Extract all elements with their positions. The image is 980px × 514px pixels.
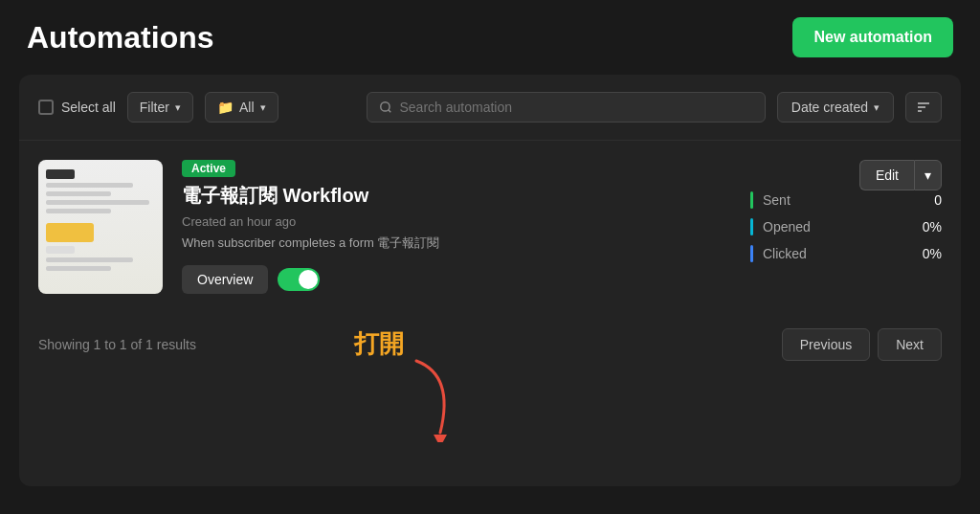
stat-value-clicked: 0% xyxy=(913,246,942,261)
stat-bar-clicked xyxy=(750,245,753,262)
stat-bar-sent xyxy=(750,191,753,209)
chevron-down-icon: ▾ xyxy=(874,101,880,114)
date-sort-button[interactable]: Date created ▾ xyxy=(777,92,894,123)
new-automation-button[interactable]: New automation xyxy=(792,17,953,57)
thumbnail-content xyxy=(38,160,163,294)
stat-label-opened: Opened xyxy=(763,219,903,235)
edit-button-group: Edit ▾ xyxy=(859,160,942,190)
stat-row-sent: Sent 0 xyxy=(750,191,942,209)
stats-section: Sent 0 Opened 0% Clicked 0% xyxy=(750,191,942,262)
select-all-wrapper[interactable]: Select all xyxy=(38,100,116,115)
chevron-down-icon: ▾ xyxy=(175,101,181,114)
sort-order-button[interactable] xyxy=(905,92,942,123)
previous-button[interactable]: Previous xyxy=(782,328,870,361)
svg-marker-5 xyxy=(434,435,447,442)
filter-label: Filter xyxy=(140,100,169,115)
folder-label: All xyxy=(239,100,255,115)
stat-value-sent: 0 xyxy=(913,192,942,208)
toggle-knob xyxy=(299,270,318,289)
annotation-arrow xyxy=(397,356,474,446)
edit-button[interactable]: Edit xyxy=(859,160,914,190)
page-header: Automations New automation xyxy=(0,0,980,75)
search-wrapper[interactable] xyxy=(367,92,766,123)
automation-meta: Created an hour ago xyxy=(182,214,731,229)
select-all-checkbox[interactable] xyxy=(38,100,54,115)
card-actions: Overview xyxy=(182,265,731,294)
automation-trigger: When subscriber completes a form 電子報訂閱 xyxy=(182,235,731,252)
stat-label-sent: Sent xyxy=(763,192,903,208)
page-title: Automations xyxy=(27,20,214,56)
showing-text: Showing 1 to 1 of 1 results xyxy=(38,337,196,352)
search-input[interactable] xyxy=(400,100,753,115)
next-button[interactable]: Next xyxy=(878,328,942,361)
stat-value-opened: 0% xyxy=(913,219,942,235)
date-sort-label: Date created xyxy=(791,100,868,115)
folder-button[interactable]: 📁 All ▾ xyxy=(205,92,278,123)
thumb-header xyxy=(46,169,75,179)
card-info: Active 電子報訂閱 Workflow Created an hour ag… xyxy=(182,160,731,294)
status-badge: Active xyxy=(182,160,235,177)
stat-row-clicked: Clicked 0% xyxy=(750,245,942,262)
stat-bar-opened xyxy=(750,218,753,235)
svg-line-1 xyxy=(388,110,390,113)
automation-thumbnail xyxy=(38,160,163,294)
stat-row-opened: Opened 0% xyxy=(750,218,942,235)
chevron-down-icon: ▾ xyxy=(924,168,931,183)
folder-icon: 📁 xyxy=(217,100,234,115)
footer: Showing 1 to 1 of 1 results Previous Nex… xyxy=(19,313,961,365)
stat-label-clicked: Clicked xyxy=(763,246,903,261)
search-icon xyxy=(379,101,392,114)
svg-point-0 xyxy=(380,102,389,111)
automation-name: 電子報訂閱 Workflow xyxy=(182,183,731,209)
filter-button[interactable]: Filter ▾ xyxy=(127,92,193,123)
sort-icon xyxy=(916,100,931,115)
select-all-label: Select all xyxy=(61,100,116,115)
active-toggle[interactable] xyxy=(278,268,320,291)
toolbar: Select all Filter ▾ 📁 All ▾ Date created… xyxy=(19,75,961,141)
main-panel: Select all Filter ▾ 📁 All ▾ Date created… xyxy=(19,75,961,486)
pagination: Previous Next xyxy=(782,328,942,361)
edit-dropdown-button[interactable]: ▾ xyxy=(914,160,942,190)
automation-card: Active 電子報訂閱 Workflow Created an hour ag… xyxy=(19,141,961,313)
thumb-yellow-block xyxy=(46,223,94,242)
chevron-down-icon: ▾ xyxy=(260,101,266,114)
overview-button[interactable]: Overview xyxy=(182,265,268,294)
